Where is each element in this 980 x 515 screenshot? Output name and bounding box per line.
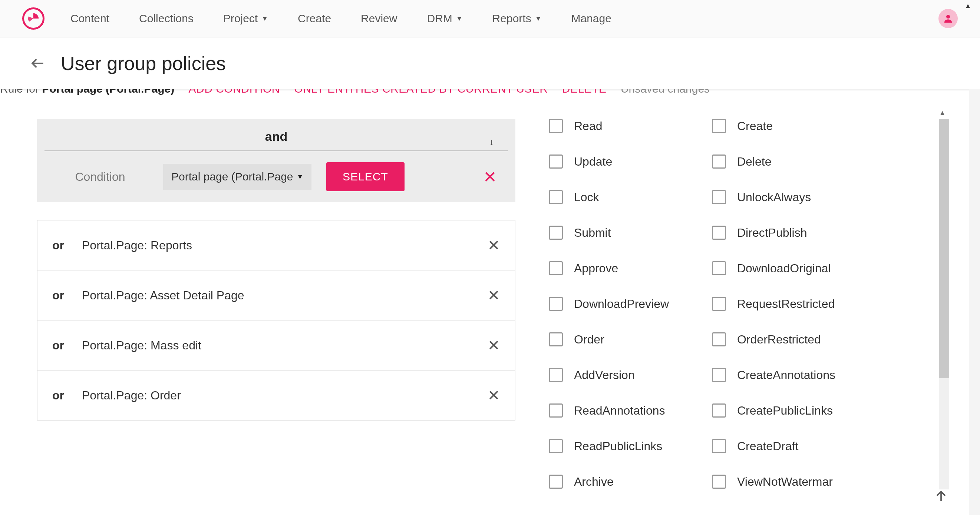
checkbox-icon[interactable] — [549, 475, 563, 489]
or-value: Portal.Page: Asset Detail Page — [82, 288, 244, 302]
perm-orderrestricted[interactable]: OrderRestricted — [712, 332, 860, 346]
checkbox-icon[interactable] — [712, 190, 726, 204]
person-icon — [943, 13, 954, 24]
remove-or-icon[interactable]: ✕ — [488, 337, 500, 354]
nav-content[interactable]: Content — [70, 12, 110, 25]
checkbox-icon[interactable] — [549, 154, 563, 169]
or-row: or Portal.Page: Order ✕ — [37, 371, 515, 420]
or-operator: or — [52, 288, 82, 302]
checkbox-icon[interactable] — [549, 226, 563, 240]
perm-archive[interactable]: Archive — [549, 475, 690, 489]
checkbox-icon[interactable] — [712, 261, 726, 275]
perm-requestrestricted[interactable]: RequestRestricted — [712, 297, 860, 311]
nav-items: Content Collections Project▼ Create Revi… — [70, 12, 611, 25]
nav-collections[interactable]: Collections — [139, 12, 194, 25]
perm-approve[interactable]: Approve — [549, 261, 690, 275]
perm-createpubliclinks[interactable]: CreatePublicLinks — [712, 404, 860, 418]
permissions-column-right: Create Delete UnlockAlways DirectPublish… — [712, 119, 860, 515]
checkbox-icon[interactable] — [549, 439, 563, 453]
or-value: Portal.Page: Mass edit — [82, 339, 201, 352]
condition-label: Condition — [52, 170, 148, 184]
permissions-panel: Read Update Lock Submit Approve Download… — [515, 89, 860, 515]
checkbox-icon[interactable] — [549, 404, 563, 418]
and-operator-header: and — [45, 119, 508, 151]
perm-addversion[interactable]: AddVersion — [549, 368, 690, 382]
checkbox-icon[interactable] — [712, 439, 726, 453]
caret-down-icon: ▼ — [297, 173, 303, 181]
scrollbar-thumb[interactable] — [939, 119, 949, 378]
add-condition-button[interactable]: ADD CONDITION — [188, 89, 280, 95]
perm-lock[interactable]: Lock — [549, 190, 690, 204]
rule-header: Rule for Portal page (Portal.Page) ADD C… — [0, 89, 964, 103]
checkbox-icon[interactable] — [712, 226, 726, 240]
browser-scroll-up-icon[interactable]: ▴ — [966, 1, 977, 8]
caret-down-icon: ▼ — [535, 15, 542, 22]
perm-downloadoriginal[interactable]: DownloadOriginal — [712, 261, 860, 275]
checkbox-icon[interactable] — [549, 297, 563, 311]
user-avatar[interactable] — [939, 9, 958, 28]
scroll-to-top-icon[interactable] — [933, 488, 949, 504]
perm-readannotations[interactable]: ReadAnnotations — [549, 404, 690, 418]
text-cursor-icon: I — [490, 138, 493, 147]
permissions-scrollbar[interactable]: ▴ — [939, 119, 949, 490]
perm-read[interactable]: Read — [549, 119, 690, 133]
checkbox-icon[interactable] — [549, 190, 563, 204]
condition-row: Condition Portal page (Portal.Page) ▼ SE… — [37, 151, 515, 191]
checkbox-icon[interactable] — [549, 261, 563, 275]
checkbox-icon[interactable] — [712, 297, 726, 311]
checkbox-icon[interactable] — [712, 475, 726, 489]
remove-condition-icon[interactable]: ✕ — [483, 168, 497, 186]
nav-review[interactable]: Review — [361, 12, 397, 25]
checkbox-icon[interactable] — [712, 332, 726, 346]
scroll-up-icon[interactable]: ▴ — [940, 108, 944, 117]
perm-order[interactable]: Order — [549, 332, 690, 346]
or-row: or Portal.Page: Asset Detail Page ✕ — [37, 271, 515, 320]
caret-down-icon: ▼ — [456, 15, 463, 22]
top-nav: ▴ Content Collections Project▼ Create Re… — [0, 0, 980, 37]
nav-project[interactable]: Project▼ — [223, 12, 268, 25]
perm-directpublish[interactable]: DirectPublish — [712, 226, 860, 240]
nav-drm[interactable]: DRM▼ — [427, 12, 462, 25]
logo-icon — [27, 12, 40, 25]
perm-update[interactable]: Update — [549, 154, 690, 169]
only-entities-button[interactable]: ONLY ENTITIES CREATED BY CURRENT USER — [294, 89, 548, 95]
checkbox-icon[interactable] — [549, 332, 563, 346]
app-logo[interactable] — [22, 7, 45, 30]
checkbox-icon[interactable] — [712, 119, 726, 133]
perm-delete[interactable]: Delete — [712, 154, 860, 169]
checkbox-icon[interactable] — [549, 368, 563, 382]
or-row: or Portal.Page: Mass edit ✕ — [37, 320, 515, 371]
or-conditions-list: or Portal.Page: Reports ✕ or Portal.Page… — [37, 220, 515, 420]
remove-or-icon[interactable]: ✕ — [488, 237, 500, 254]
unsaved-changes-label: Unsaved changes — [621, 89, 710, 95]
nav-reports[interactable]: Reports▼ — [492, 12, 542, 25]
nav-create[interactable]: Create — [298, 12, 331, 25]
condition-type-dropdown[interactable]: Portal page (Portal.Page) ▼ — [163, 164, 312, 190]
perm-viewnotwatermar[interactable]: ViewNotWatermar — [712, 475, 860, 489]
or-operator: or — [52, 239, 82, 252]
perm-unlockalways[interactable]: UnlockAlways — [712, 190, 860, 204]
checkbox-icon[interactable] — [712, 404, 726, 418]
remove-or-icon[interactable]: ✕ — [488, 287, 500, 304]
perm-readpubliclinks[interactable]: ReadPublicLinks — [549, 439, 690, 453]
browser-scrollbar[interactable] — [969, 89, 980, 515]
checkbox-icon[interactable] — [712, 154, 726, 169]
remove-or-icon[interactable]: ✕ — [488, 387, 500, 404]
select-button[interactable]: SELECT — [326, 162, 404, 191]
page-title: User group policies — [61, 52, 226, 74]
or-operator: or — [52, 389, 82, 402]
checkbox-icon[interactable] — [549, 119, 563, 133]
delete-rule-button[interactable]: DELETE — [562, 89, 607, 95]
svg-point-0 — [946, 15, 950, 19]
or-value: Portal.Page: Order — [82, 389, 181, 402]
perm-createdraft[interactable]: CreateDraft — [712, 439, 860, 453]
nav-manage[interactable]: Manage — [571, 12, 611, 25]
permissions-column-left: Read Update Lock Submit Approve Download… — [549, 119, 690, 515]
perm-createannotations[interactable]: CreateAnnotations — [712, 368, 860, 382]
perm-create[interactable]: Create — [712, 119, 860, 133]
checkbox-icon[interactable] — [712, 368, 726, 382]
back-arrow-icon[interactable] — [30, 55, 46, 71]
or-row: or Portal.Page: Reports ✕ — [37, 220, 515, 271]
perm-downloadpreview[interactable]: DownloadPreview — [549, 297, 690, 311]
perm-submit[interactable]: Submit — [549, 226, 690, 240]
